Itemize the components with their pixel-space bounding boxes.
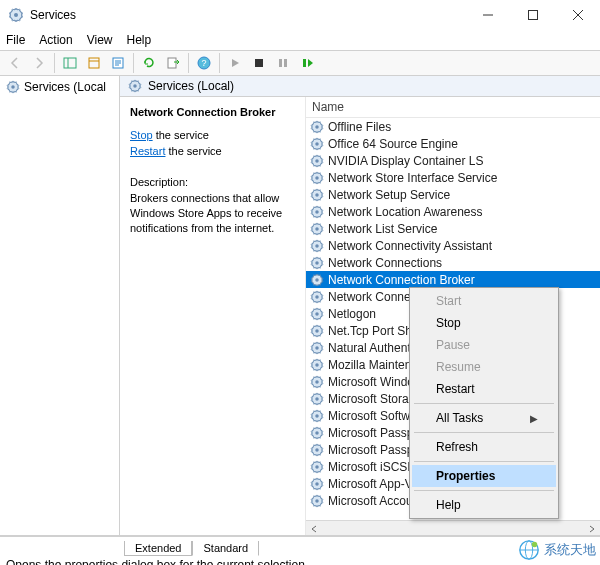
svg-rect-15 bbox=[279, 59, 282, 67]
pause-service-button bbox=[272, 52, 294, 74]
svg-rect-17 bbox=[303, 59, 306, 67]
tab-standard[interactable]: Standard bbox=[192, 541, 259, 556]
gear-icon bbox=[310, 120, 324, 134]
horizontal-scrollbar[interactable] bbox=[306, 520, 600, 535]
ctx-properties[interactable]: Properties bbox=[412, 465, 556, 487]
restart-suffix: the service bbox=[165, 145, 221, 157]
description-text: Brokers connections that allow Windows S… bbox=[130, 191, 295, 237]
pane-header-title: Services (Local) bbox=[148, 79, 234, 93]
gear-icon bbox=[310, 341, 324, 355]
service-row[interactable]: Network Connection Broker bbox=[306, 271, 600, 288]
tab-extended[interactable]: Extended bbox=[124, 541, 192, 556]
export-button[interactable] bbox=[107, 52, 129, 74]
service-row[interactable]: Network Connections bbox=[306, 254, 600, 271]
ctx-start: Start bbox=[412, 290, 556, 312]
service-name: NVIDIA Display Container LS bbox=[328, 154, 483, 168]
ctx-stop[interactable]: Stop bbox=[412, 312, 556, 334]
gear-icon bbox=[310, 307, 324, 321]
svg-rect-6 bbox=[64, 58, 76, 68]
menu-view[interactable]: View bbox=[87, 33, 113, 47]
ctx-properties-label: Properties bbox=[436, 469, 495, 483]
ctx-restart[interactable]: Restart bbox=[412, 378, 556, 400]
service-row[interactable]: Network Setup Service bbox=[306, 186, 600, 203]
menu-file[interactable]: File bbox=[6, 33, 25, 47]
gear-icon bbox=[310, 494, 324, 508]
maximize-button[interactable] bbox=[510, 0, 555, 30]
forward-button bbox=[28, 52, 50, 74]
ctx-refresh[interactable]: Refresh bbox=[412, 436, 556, 458]
tree-root-services[interactable]: Services (Local bbox=[0, 78, 119, 96]
gear-icon bbox=[310, 477, 324, 491]
service-row[interactable]: Network Connectivity Assistant bbox=[306, 237, 600, 254]
ctx-all-tasks[interactable]: All Tasks▶ bbox=[412, 407, 556, 429]
service-name: Network List Service bbox=[328, 222, 437, 236]
gear-icon bbox=[310, 392, 324, 406]
close-button[interactable] bbox=[555, 0, 600, 30]
tree-pane: Services (Local bbox=[0, 76, 120, 535]
restart-service-link[interactable]: Restart bbox=[130, 145, 165, 157]
watermark: 系统天地 bbox=[518, 539, 596, 561]
service-row[interactable]: Network List Service bbox=[306, 220, 600, 237]
stop-service-button[interactable] bbox=[248, 52, 270, 74]
ctx-help[interactable]: Help bbox=[412, 494, 556, 516]
service-name: Office 64 Source Engine bbox=[328, 137, 458, 151]
svg-rect-8 bbox=[89, 58, 99, 68]
gear-icon bbox=[310, 460, 324, 474]
svg-text:?: ? bbox=[201, 58, 206, 68]
back-button bbox=[4, 52, 26, 74]
service-name: Network Connectivity Assistant bbox=[328, 239, 492, 253]
gear-icon bbox=[310, 409, 324, 423]
watermark-text: 系统天地 bbox=[544, 541, 596, 559]
column-header-name[interactable]: Name bbox=[306, 97, 600, 118]
refresh-button[interactable] bbox=[138, 52, 160, 74]
ctx-resume: Resume bbox=[412, 356, 556, 378]
gear-icon bbox=[310, 222, 324, 236]
stop-service-link[interactable]: Stop bbox=[130, 129, 153, 141]
gear-icon bbox=[310, 188, 324, 202]
submenu-arrow-icon: ▶ bbox=[530, 413, 538, 424]
scroll-left-icon[interactable] bbox=[306, 521, 322, 536]
service-row[interactable]: Network Location Awareness bbox=[306, 203, 600, 220]
detail-title: Network Connection Broker bbox=[130, 105, 295, 120]
service-row[interactable]: Network Store Interface Service bbox=[306, 169, 600, 186]
show-hide-console-button[interactable] bbox=[59, 52, 81, 74]
start-service-button bbox=[224, 52, 246, 74]
service-row[interactable]: NVIDIA Display Container LS bbox=[306, 152, 600, 169]
globe-icon bbox=[518, 539, 540, 561]
svg-rect-16 bbox=[284, 59, 287, 67]
gear-icon bbox=[310, 443, 324, 457]
service-name: Offline Files bbox=[328, 120, 391, 134]
gear-icon bbox=[310, 137, 324, 151]
description-label: Description: bbox=[130, 175, 295, 190]
view-tabs: Extended Standard bbox=[0, 536, 600, 556]
minimize-button[interactable] bbox=[465, 0, 510, 30]
svg-rect-11 bbox=[168, 58, 176, 68]
ctx-pause: Pause bbox=[412, 334, 556, 356]
svg-rect-14 bbox=[255, 59, 263, 67]
context-menu: Start Stop Pause Resume Restart All Task… bbox=[409, 287, 559, 519]
restart-service-button[interactable] bbox=[296, 52, 318, 74]
stop-suffix: the service bbox=[153, 129, 209, 141]
gear-icon bbox=[310, 358, 324, 372]
services-icon bbox=[8, 7, 24, 23]
service-row[interactable]: Office 64 Source Engine bbox=[306, 135, 600, 152]
service-name: Network Store Interface Service bbox=[328, 171, 497, 185]
help-button[interactable]: ? bbox=[193, 52, 215, 74]
export-list-button[interactable] bbox=[162, 52, 184, 74]
svg-point-21 bbox=[532, 542, 538, 548]
service-name: Network Connection Broker bbox=[328, 273, 475, 287]
titlebar: Services bbox=[0, 0, 600, 30]
scroll-right-icon[interactable] bbox=[584, 521, 600, 536]
gear-icon bbox=[310, 256, 324, 270]
gear-icon bbox=[6, 80, 20, 94]
service-name: Network Setup Service bbox=[328, 188, 450, 202]
service-row[interactable]: Offline Files bbox=[306, 118, 600, 135]
statusbar: Opens the properties dialog box for the … bbox=[0, 556, 600, 565]
service-name: Network Location Awareness bbox=[328, 205, 483, 219]
menu-help[interactable]: Help bbox=[127, 33, 152, 47]
svg-rect-3 bbox=[528, 11, 537, 20]
gear-icon bbox=[310, 171, 324, 185]
toolbar: ? bbox=[0, 50, 600, 76]
menu-action[interactable]: Action bbox=[39, 33, 72, 47]
properties-button[interactable] bbox=[83, 52, 105, 74]
